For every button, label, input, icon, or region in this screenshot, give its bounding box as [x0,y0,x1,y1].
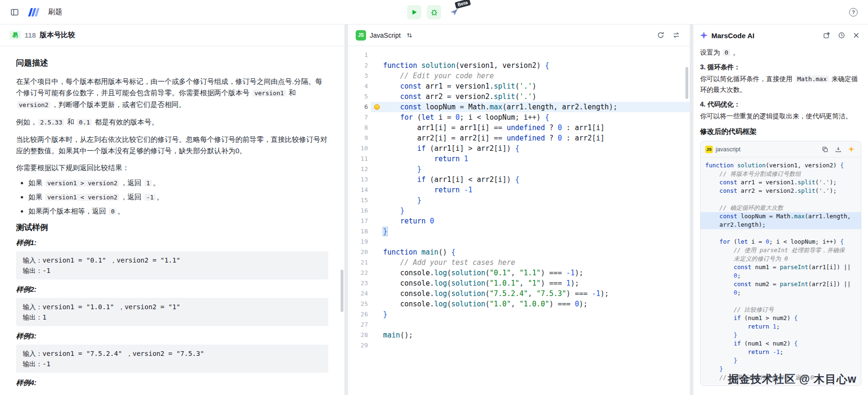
close-icon [853,32,860,39]
problem-scrollbar[interactable] [341,270,343,312]
copy-icon [822,146,828,153]
ai-panel-header: MarsCode AI [693,25,868,46]
sample-1-label: 样例1: [16,239,328,247]
switch-language-icon [406,32,413,39]
close-panel-button[interactable] [851,30,861,41]
problem-description-area[interactable]: 问题描述 在某个项目中，每个版本都用版本号标记，由一个或多个修订号组成，修订号之… [0,46,344,395]
topbar: 刷题 [0,0,868,25]
language-label: JavaScript [370,32,401,39]
problem-paragraph-2: 例如，2.5.33 和 0.1 都是有效的版本号。 [16,116,328,128]
problem-header: 易 118 版本号比较 [0,25,344,46]
framework-heading: 修改后的代码框架 [700,127,861,136]
code-editor[interactable]: 1 2function solution(version1, version2)… [348,46,690,351]
ai-text-intro: 设置为 0 。 [700,47,861,58]
sample-1-block: 输入：version1 = "0.1" ，version2 = "1.1" 输出… [16,251,328,280]
sample-2-input: 输入：version1 = "1.0.1" ，version2 = "1" [23,302,322,312]
rules-list: 如果 version1 > version2，返回 1。 如果 version1… [16,177,328,217]
history-button[interactable] [836,30,847,41]
ai-item-3-heading: 3. 循环条件： [700,62,861,73]
sidebar-toggle-icon [10,8,19,16]
apply-code-button[interactable] [846,144,856,154]
switch-language-button[interactable] [404,30,415,41]
app-window: 刷题 [0,0,868,395]
problem-paragraph-1: 在某个项目中，每个版本都用版本号标记，由一个或多个修订号组成，修订号之间由点号.… [16,76,328,111]
sample-4-label: 样例4: [16,379,328,387]
rule-item-1: 如果 version1 > version2，返回 1。 [28,177,328,189]
sample-3-block: 输入：version1 = "7.5.2.4" ，version2 = "7.5… [16,345,328,373]
problem-title: 版本号比较 [40,31,75,40]
problem-id: 118 [25,31,36,39]
debug-button[interactable] [427,5,441,19]
nav-practice[interactable]: 刷题 [48,8,62,16]
editor-panel: JS JavaScript [348,25,690,395]
sample-3-output: 输出：-1 [23,359,322,369]
bug-icon [430,8,438,16]
ai-item-3-body: 你可以简化循环条件，直接使用 Math.max 来确定循环的最大次数。 [700,74,861,95]
ai-response-area[interactable]: 设置为 0 。 3. 循环条件： 你可以简化循环条件，直接使用 Math.max… [693,46,868,386]
ai-item-4-body: 你可以将一些重复的逻辑提取出来，使代码更简洁。 [700,111,861,122]
problem-paragraph-4: 你需要根据以下规则返回比较结果： [16,162,328,173]
ai-code-block: JS javascript [700,141,861,386]
marscode-ai-icon [700,32,708,39]
run-button[interactable] [407,5,421,19]
sample-2-label: 样例2: [16,285,328,294]
sample-1-output: 输出：-1 [23,265,322,276]
help-button[interactable]: ? [847,6,860,18]
paper-plane-icon [450,8,459,16]
watermark: 掘金技术社区 @ 木目心w [728,372,857,387]
sample-2-block: 输入：version1 = "1.0.1" ，version2 = "1" 输出… [16,298,328,326]
help-icon: ? [849,8,858,16]
play-icon [410,8,418,16]
editor-scrollbar[interactable] [685,67,688,99]
samples-heading: 测试样例 [16,222,328,233]
sample-3-input: 输入：version1 = "7.5.2.4" ，version2 = "7.5… [23,348,322,359]
sample-3-label: 样例3: [16,332,328,341]
history-icon [838,32,845,39]
sample-2-output: 输出：1 [23,312,322,322]
problem-paragraph-3: 当比较两个版本时，从左到右依次比较它们的修订号。忽略每个修订号的前导零，直接比较… [16,134,328,156]
export-icon [823,32,830,39]
ai-item-4-heading: 4. 代码优化： [700,99,861,110]
rule-item-3: 如果两个版本相等，返回 0。 [28,206,328,217]
insert-icon [835,146,842,153]
javascript-logo-icon: JS [356,30,366,41]
javascript-mini-icon: JS [705,146,713,153]
beta-badge: Beta [455,0,471,8]
refresh-code-button[interactable] [655,29,667,41]
reset-code-icon [672,31,680,39]
apply-sparkle-icon [848,146,854,152]
marscode-logo [27,7,42,17]
copy-code-button[interactable] [820,144,830,155]
insert-code-button[interactable] [833,144,843,155]
code-language-label: javascript [716,146,741,153]
description-heading: 问题描述 [16,58,328,68]
marscode-ai-panel: MarsCode AI [693,25,868,395]
ai-code-block-header: JS javascript [701,141,861,157]
editor-header: JS JavaScript [348,25,690,46]
sidebar-toggle-button[interactable] [8,6,21,18]
ai-code-content[interactable]: function solution(version1, version2) { … [701,157,861,386]
export-chat-button[interactable] [821,30,832,41]
rule-item-2: 如果 version1 < version2，返回 -1。 [28,191,328,203]
difficulty-badge: 易 [9,31,21,40]
ai-panel-title: MarsCode AI [711,32,754,40]
problem-panel: 易 118 版本号比较 问题描述 在某个项目中，每个版本都用版本号标记，由一个或… [0,25,344,395]
refresh-icon [657,31,665,39]
reset-code-button[interactable] [670,29,682,41]
sample-1-input: 输入：version1 = "0.1" ，version2 = "1.1" [23,255,322,265]
